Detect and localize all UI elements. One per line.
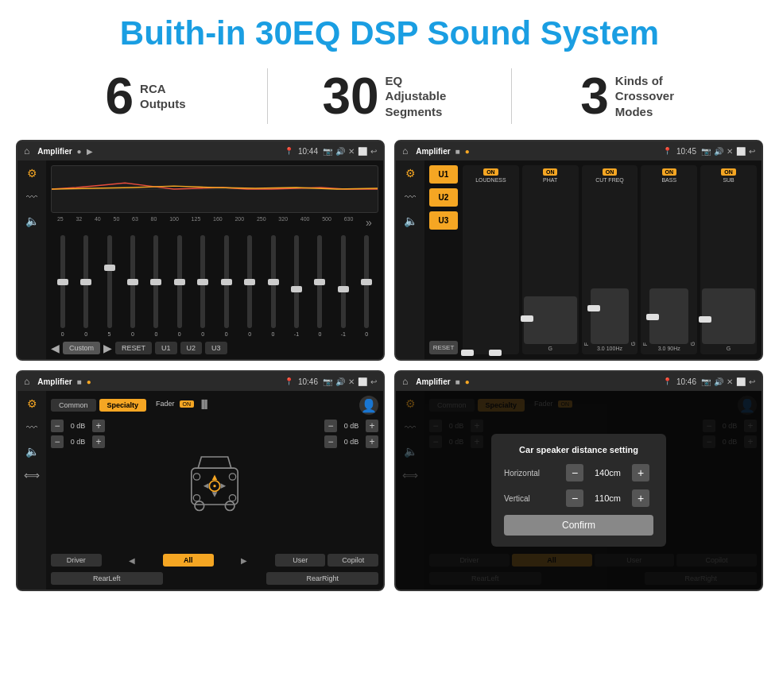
db-plus-3[interactable]: + xyxy=(366,420,378,432)
eq-slider-7[interactable]: 0 xyxy=(192,234,215,337)
wave-icon-2[interactable]: 〰 xyxy=(405,191,416,203)
speaker-icon-3[interactable]: 🔈 xyxy=(25,445,39,458)
vertical-minus-button[interactable]: − xyxy=(566,489,583,507)
vertical-value: 110cm xyxy=(590,493,626,503)
eq-slider-9[interactable]: 0 xyxy=(238,234,261,337)
eq-u2-button[interactable]: U2 xyxy=(180,342,203,354)
eq-reset-button[interactable]: RESET xyxy=(115,342,152,354)
copilot-button[interactable]: Copilot xyxy=(327,554,378,567)
db-minus-3[interactable]: − xyxy=(324,420,337,432)
freq-500: 500 xyxy=(322,216,331,229)
specialty-tab[interactable]: Specialty xyxy=(99,399,147,412)
db-plus-1[interactable]: + xyxy=(92,420,105,432)
eq-slider-4[interactable]: 0 xyxy=(121,234,144,337)
eq-u3-button[interactable]: U3 xyxy=(205,342,227,354)
fader-on-badge: ON xyxy=(180,400,195,408)
db-plus-4[interactable]: + xyxy=(366,435,378,448)
db-plus-2[interactable]: + xyxy=(92,435,105,448)
svg-point-11 xyxy=(229,473,235,479)
driver-button[interactable]: Driver xyxy=(51,554,102,567)
eq-more-icon[interactable]: » xyxy=(366,216,372,229)
eq-slider-12[interactable]: 0 xyxy=(308,234,331,337)
phat-slider[interactable] xyxy=(524,296,577,344)
spec-db-row-1: − 0 dB + xyxy=(51,420,170,432)
confirm-button[interactable]: Confirm xyxy=(504,515,653,536)
topbar-circle-4: ● xyxy=(465,377,470,386)
eq-slider-11[interactable]: -1 xyxy=(285,234,308,337)
stat-rca-text: RCAOutputs xyxy=(140,81,186,112)
amp-loudness: ON LOUDNESS xyxy=(463,165,519,354)
amp-u2-button[interactable]: U2 xyxy=(429,188,458,207)
eq-slider-6[interactable]: 0 xyxy=(168,234,191,337)
sub-on-badge: ON xyxy=(721,168,736,176)
all-button[interactable]: All xyxy=(163,554,214,567)
speaker-icon[interactable]: 🔈 xyxy=(25,215,39,227)
rearright-button[interactable]: RearRight xyxy=(266,572,378,585)
screen-specialty: ⌂ Amplifier ■ ● 📍 10:46 📷 🔊 ✕ ⬜ ↩ ⚙ 〰 🔈 … xyxy=(16,370,385,591)
eq-slider-1[interactable]: 0 xyxy=(51,234,74,337)
db-minus-2[interactable]: − xyxy=(51,435,64,448)
topbar-pin-icon-2: 📍 xyxy=(663,147,672,155)
screen-sidebar-3: ⚙ 〰 🔈 ⟺ xyxy=(17,391,46,590)
freq-630: 630 xyxy=(344,216,354,229)
speaker-icon-2[interactable]: 🔈 xyxy=(404,215,417,227)
db-minus-4[interactable]: − xyxy=(324,435,337,448)
eq-slider-8[interactable]: 0 xyxy=(215,234,238,337)
amp-sub: ON SUB G xyxy=(700,165,757,354)
balance-icon-3[interactable]: ⟺ xyxy=(24,469,40,481)
eq-main: 25 32 40 50 63 80 100 125 160 200 250 32… xyxy=(46,160,383,359)
phat-val: G xyxy=(548,346,552,351)
horizontal-plus-button[interactable]: + xyxy=(632,464,649,481)
sub-slider[interactable] xyxy=(702,288,755,344)
cutfreq-slider[interactable] xyxy=(591,288,630,344)
cutfreq-val: 3.0 100Hz xyxy=(597,346,622,351)
eq-slider-3[interactable]: 5 xyxy=(98,234,121,337)
vertical-plus-button[interactable]: + xyxy=(632,489,649,507)
back-icon-3: ↩ xyxy=(370,377,377,386)
dialog-title: Car speaker distance setting xyxy=(504,445,653,454)
stat-eq-number: 30 xyxy=(322,71,378,122)
camera-icon: 📷 xyxy=(323,147,332,156)
stat-rca-number: 6 xyxy=(105,71,134,122)
screen-content-1: ⚙ 〰 🔈 25 32 40 50 xyxy=(17,160,383,359)
wave-icon[interactable]: 〰 xyxy=(26,191,37,203)
volume-icon-2: 🔊 xyxy=(714,147,723,156)
home-icon-2[interactable]: ⌂ xyxy=(402,145,408,157)
home-icon[interactable]: ⌂ xyxy=(24,145,29,157)
eq-slider-5[interactable]: 0 xyxy=(145,234,168,337)
left-arrow-icon[interactable]: ◀ xyxy=(129,556,135,565)
common-tab[interactable]: Common xyxy=(51,399,96,412)
eq-bottom: ◀ Custom ▶ RESET U1 U2 U3 xyxy=(51,342,378,354)
eq-prev-button[interactable]: ◀ xyxy=(51,342,60,354)
eq-next-button[interactable]: ▶ xyxy=(103,342,112,354)
eq-slider-13[interactable]: -1 xyxy=(331,234,355,337)
amp-u3-button[interactable]: U3 xyxy=(429,211,458,230)
window-icon-2: ⬜ xyxy=(736,147,746,156)
user-button[interactable]: User xyxy=(275,554,326,567)
eq-custom-button[interactable]: Custom xyxy=(63,342,100,354)
topbar-dot: ● xyxy=(77,147,82,156)
amp-u1-button[interactable]: U1 xyxy=(429,165,458,184)
screen-amp: ⌂ Amplifier ■ ● 📍 10:45 📷 🔊 ✕ ⬜ ↩ ⚙ 〰 🔈 xyxy=(394,140,763,361)
eq-icon-2[interactable]: ⚙ xyxy=(405,167,416,180)
eq-slider-14[interactable]: 0 xyxy=(355,234,378,337)
eq-slider-10[interactable]: 0 xyxy=(262,234,285,337)
right-arrow-icon[interactable]: ▶ xyxy=(241,556,247,565)
eq-icon[interactable]: ⚙ xyxy=(27,167,37,180)
bass-slider[interactable] xyxy=(649,288,688,344)
horizontal-minus-button[interactable]: − xyxy=(566,464,583,481)
bass-val: 3.0 90Hz xyxy=(658,346,680,351)
db-minus-1[interactable]: − xyxy=(51,420,64,432)
eq-u1-button[interactable]: U1 xyxy=(155,342,177,354)
db-val-1: 0 dB xyxy=(67,422,89,430)
wave-icon-3[interactable]: 〰 xyxy=(26,421,37,434)
amp-reset-button[interactable]: RESET xyxy=(429,341,458,354)
svg-marker-6 xyxy=(212,474,218,480)
home-icon-4[interactable]: ⌂ xyxy=(402,376,408,387)
freq-320: 320 xyxy=(278,216,288,229)
rearleft-button[interactable]: RearLeft xyxy=(51,572,163,585)
eq-icon-3[interactable]: ⚙ xyxy=(27,397,37,410)
svg-marker-9 xyxy=(221,483,227,489)
eq-slider-2[interactable]: 0 xyxy=(74,234,97,337)
home-icon-3[interactable]: ⌂ xyxy=(24,376,29,387)
